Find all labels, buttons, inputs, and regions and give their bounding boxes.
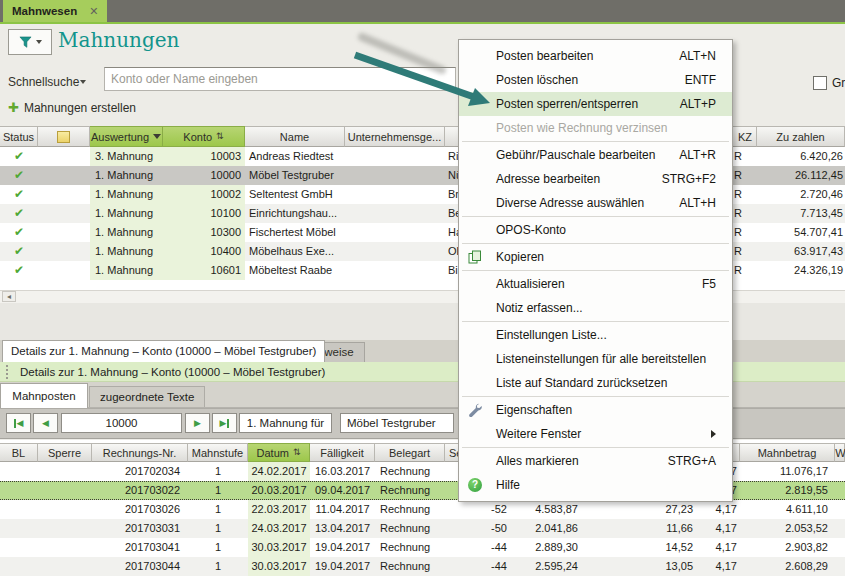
table-row[interactable]: 201703044 1 30.03.2017 19.04.2017 Rechnu… <box>0 557 845 576</box>
menu-item-einstellungen-liste[interactable]: Einstellungen Liste... <box>459 323 732 347</box>
menu-separator <box>462 321 729 322</box>
wrench-icon <box>468 403 482 417</box>
status-ok-icon: ✔ <box>14 244 24 258</box>
mahnwesen-window: Mahnwesen ✕ Mahnungen Schnellsuche Gr ✚ … <box>0 0 845 586</box>
tab-mahnposten[interactable]: Mahnposten <box>0 383 88 408</box>
nav-first-button[interactable]: ◀ <box>6 413 31 433</box>
note-icon <box>57 131 70 143</box>
help-icon: ? <box>468 478 482 492</box>
tab-underline <box>0 22 845 24</box>
mahnung-label-field[interactable]: 1. Mahnung für <box>239 413 332 433</box>
filter-icon <box>19 36 32 49</box>
sort-icon: ⇅ <box>216 132 224 141</box>
search-dropdown-icon[interactable] <box>80 80 86 84</box>
create-mahnungen-label: Mahnungen erstellen <box>24 101 136 115</box>
menu-separator <box>462 270 729 271</box>
menu-separator <box>462 216 729 217</box>
status-ok-icon: ✔ <box>14 187 24 201</box>
nav-prev-button[interactable]: ◀ <box>33 413 58 433</box>
col-mahnbetrag[interactable]: Mahnbetrag <box>740 443 835 462</box>
tab-bar: Mahnwesen ✕ <box>0 0 845 22</box>
menu-item-notiz-erfassen[interactable]: Notiz erfassen... <box>459 296 732 320</box>
menu-item-alles-markieren[interactable]: Alles markieren STRG+A <box>459 449 732 473</box>
menu-separator <box>462 243 729 244</box>
plus-icon: ✚ <box>8 100 19 115</box>
menu-separator <box>462 141 729 142</box>
nav-next-button[interactable]: ▶ <box>185 413 210 433</box>
tab-zugeordnete-texte[interactable]: zugeordnete Texte <box>89 386 205 407</box>
col-konto[interactable]: Konto⇅ <box>163 126 245 147</box>
filter-button[interactable] <box>8 29 52 55</box>
col-datum[interactable]: Datum⇅ <box>248 443 310 462</box>
chevron-down-icon <box>36 40 42 44</box>
sort-icon: ⇅ <box>293 448 301 457</box>
nav-first-icon <box>14 419 16 428</box>
konto-field[interactable]: 10000 <box>61 413 182 433</box>
table-row[interactable]: 201703026 1 22.03.2017 11.04.2017 Rechnu… <box>0 500 845 519</box>
table-row[interactable]: 201703041 1 30.03.2017 19.04.2017 Rechnu… <box>0 538 845 557</box>
col-bl[interactable]: BL <box>0 443 38 462</box>
status-ok-icon: ✔ <box>14 149 24 163</box>
menu-item-posten-loeschen[interactable]: Posten löschen ENTF <box>459 68 732 92</box>
nav-last-button[interactable]: ▶ <box>212 413 237 433</box>
mahnung-name-field[interactable]: Möbel Testgruber <box>340 413 454 433</box>
menu-item-gebuehr-bearbeiten[interactable]: Gebühr/Pauschale bearbeiten ALT+R <box>459 143 732 167</box>
tab-mahnwesen[interactable]: Mahnwesen ✕ <box>3 0 107 22</box>
menu-item-kopieren[interactable]: Kopieren <box>459 245 732 269</box>
create-mahnungen-link[interactable]: ✚ Mahnungen erstellen <box>8 100 136 115</box>
drag-handle-icon[interactable] <box>6 365 8 379</box>
menu-item-listeneinstellungen[interactable]: Listeneinstellungen für alle bereitstell… <box>459 347 732 371</box>
search-input[interactable] <box>104 67 456 91</box>
close-icon[interactable]: ✕ <box>89 5 98 18</box>
menu-item-diverse-adresse[interactable]: Diverse Adresse auswählen ALT+H <box>459 191 732 215</box>
menu-item-weitere-fenster[interactable]: Weitere Fenster <box>459 422 732 446</box>
menu-item-liste-standard[interactable]: Liste auf Standard zurücksetzen <box>459 371 732 395</box>
col-w[interactable]: W <box>835 443 845 462</box>
nav-last-icon <box>227 419 229 428</box>
context-menu: Posten bearbeiten ALT+N Posten löschen E… <box>458 39 733 502</box>
menu-item-aktualisieren[interactable]: Aktualisieren F5 <box>459 272 732 296</box>
col-sperre[interactable]: Sperre <box>38 443 92 462</box>
col-name[interactable]: Name <box>245 126 345 147</box>
table-row[interactable]: 201703031 1 24.03.2017 13.04.2017 Rechnu… <box>0 519 845 538</box>
col-rechnungsnr[interactable]: Rechnungs-Nr. <box>92 443 188 462</box>
details-info-text: Details zur 1. Mahnung – Konto (10000 – … <box>20 366 325 378</box>
status-ok-icon: ✔ <box>14 225 24 239</box>
col-belegart[interactable]: Belegart <box>375 443 445 462</box>
group-checkbox-label: Gr <box>832 76 845 90</box>
menu-item-adresse-bearbeiten[interactable]: Adresse bearbeiten STRG+F2 <box>459 167 732 191</box>
submenu-arrow-icon <box>711 430 716 438</box>
col-mahnstufe[interactable]: Mahnstufe <box>188 443 248 462</box>
col-status[interactable]: Status <box>0 126 38 147</box>
menu-item-eigenschaften[interactable]: Eigenschaften <box>459 398 732 422</box>
menu-separator <box>462 447 729 448</box>
group-checkbox[interactable] <box>813 76 827 90</box>
col-zu-zahlen[interactable]: Zu zahlen <box>757 126 845 147</box>
quick-search-label[interactable]: Schnellsuche <box>8 75 79 89</box>
tab-details[interactable]: Details zur 1. Mahnung – Konto (10000 – … <box>2 340 325 362</box>
copy-icon <box>468 250 482 264</box>
nav-next-icon: ▶ <box>194 419 201 428</box>
col-unternehmen[interactable]: Unternehmensge... <box>345 126 445 147</box>
status-ok-icon: ✔ <box>14 263 24 277</box>
nav-prev-icon: ◀ <box>42 419 49 428</box>
menu-item-posten-sperren[interactable]: Posten sperren/entsperren ALT+P <box>459 92 732 116</box>
col-note[interactable] <box>38 126 90 147</box>
col-kz[interactable]: KZ <box>730 126 757 147</box>
scroll-left-icon[interactable]: ◂ <box>2 291 16 302</box>
menu-item-hilfe[interactable]: ? Hilfe <box>459 473 732 497</box>
tab-title: Mahnwesen <box>12 5 77 17</box>
col-auswertung[interactable]: Auswertung <box>90 126 163 147</box>
page-title: Mahnungen <box>58 28 179 52</box>
menu-separator <box>462 396 729 397</box>
sort-desc-icon <box>153 134 161 139</box>
col-faelligkeit[interactable]: Fälligkeit <box>310 443 375 462</box>
menu-item-opos-konto[interactable]: OPOS-Konto <box>459 218 732 242</box>
status-ok-icon: ✔ <box>14 168 24 182</box>
status-ok-icon: ✔ <box>14 206 24 220</box>
menu-item-posten-verzinsen: Posten wie Rechnung verzinsen <box>459 116 732 140</box>
menu-item-posten-bearbeiten[interactable]: Posten bearbeiten ALT+N <box>459 44 732 68</box>
